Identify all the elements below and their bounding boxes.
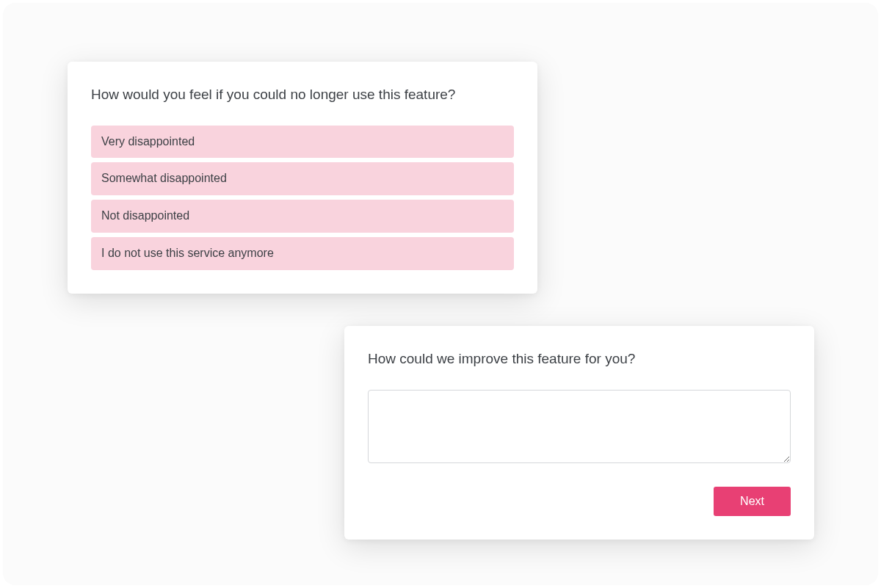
card-footer: Next xyxy=(368,487,791,516)
survey-card-feedback: How could we improve this feature for yo… xyxy=(344,326,814,540)
next-button[interactable]: Next xyxy=(714,487,791,516)
feedback-textarea[interactable] xyxy=(368,390,791,463)
option-not-using[interactable]: I do not use this service anymore xyxy=(91,237,514,270)
option-very-disappointed[interactable]: Very disappointed xyxy=(91,126,514,159)
question-title: How would you feel if you could no longe… xyxy=(91,85,514,105)
question-title: How could we improve this feature for yo… xyxy=(368,349,791,369)
option-not-disappointed[interactable]: Not disappointed xyxy=(91,200,514,233)
page-canvas: How would you feel if you could no longe… xyxy=(3,3,878,585)
survey-card-sentiment: How would you feel if you could no longe… xyxy=(68,62,537,294)
option-somewhat-disappointed[interactable]: Somewhat disappointed xyxy=(91,162,514,195)
options-list: Very disappointed Somewhat disappointed … xyxy=(91,126,514,270)
